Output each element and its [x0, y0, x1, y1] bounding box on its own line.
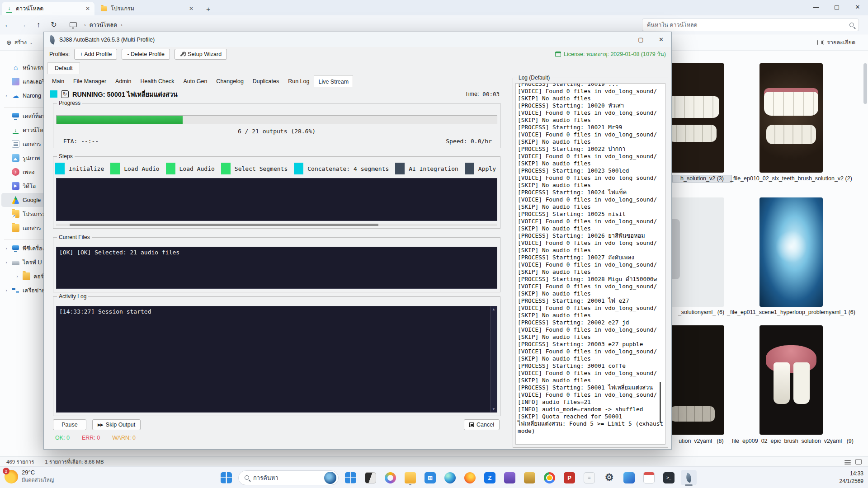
taskbar-icon[interactable]: ⚙: [601, 470, 617, 485]
file-name[interactable]: _file_ep009_02_epic_brush_solution_v2yam…: [710, 438, 868, 445]
taskbar-icon[interactable]: [522, 470, 538, 485]
pause-button[interactable]: Pause: [53, 419, 86, 430]
explorer-tab-downloads[interactable]: ↓ ดาวน์โหลด ✕: [2, 2, 94, 15]
taskbar-icon[interactable]: Z: [482, 470, 498, 485]
log-line: [PROCESS] Starting: 20001 ไฟ e27: [518, 297, 663, 305]
file-name[interactable]: _file_ep010_02_six_teeth_brush_solution_…: [701, 175, 868, 182]
close-tab-icon[interactable]: ✕: [85, 5, 90, 12]
tab[interactable]: Changelog: [212, 76, 248, 87]
taskbar-icon[interactable]: [681, 470, 697, 485]
log-line: [PROCESS] Starting: 10022 ปากกา: [518, 145, 663, 153]
taskbar-icon[interactable]: [462, 470, 478, 485]
taskbar-icon[interactable]: >_: [661, 470, 677, 485]
tab[interactable]: Main: [47, 76, 69, 87]
delete-profile-button[interactable]: - Delete Profile: [122, 49, 170, 60]
add-profile-button[interactable]: + Add Profile: [74, 49, 117, 60]
file-thumbnail[interactable]: [760, 325, 823, 435]
tab[interactable]: Duplicates: [248, 76, 283, 87]
minimize-button[interactable]: —: [610, 33, 631, 47]
taskbar-icon[interactable]: [382, 470, 398, 485]
taskbar-clock[interactable]: 14:33 24/1/2569: [840, 470, 863, 485]
breadcrumb[interactable]: ดาวน์โหลด: [90, 20, 117, 29]
progress-outputs: 6 / 21 outputs (28.6%): [53, 128, 500, 135]
sidebar-item-icon: [12, 286, 19, 294]
tab[interactable]: Health Check: [136, 76, 179, 87]
taskbar-icon[interactable]: ≡: [581, 470, 597, 485]
skip-output-button[interactable]: ▶▶ Skip Output: [92, 419, 141, 430]
close-button[interactable]: ✕: [847, 0, 868, 15]
file-thumbnail[interactable]: [760, 63, 823, 173]
taskbar-icon[interactable]: [402, 470, 418, 485]
expand-chevron-icon[interactable]: ›: [4, 246, 9, 251]
app-icon: [683, 472, 694, 483]
maximize-button[interactable]: ▢: [631, 33, 651, 47]
app-icon: >_: [663, 472, 675, 483]
app-icon: ⚙: [604, 472, 615, 483]
expand-chevron-icon[interactable]: ›: [4, 94, 9, 98]
taskbar-icon[interactable]: [641, 470, 657, 485]
weather-widget[interactable]: 29°C มีแดดส่วนใหญ่: [5, 469, 54, 484]
list-view-icon[interactable]: [844, 460, 851, 461]
file-thumbnail[interactable]: [760, 197, 823, 307]
new-tab-button[interactable]: +: [203, 5, 214, 15]
explorer-scrollbar[interactable]: [863, 54, 867, 456]
tab[interactable]: File Manager: [69, 76, 111, 87]
file-name[interactable]: _file_ep011_scene1_hyperloop_problemyaml…: [723, 309, 859, 316]
progress-group-label: Progress: [57, 100, 82, 106]
taskbar-search[interactable]: การค้นหา: [238, 470, 339, 485]
details-toggle[interactable]: รายละเอียด: [817, 38, 855, 47]
log-line: [PROCESS] Starting: 20002 e27 jd: [518, 319, 663, 326]
sidebar-item-label: Narong: [23, 93, 41, 99]
dialog-title-bar[interactable]: SJ88 AutoBatch v26.5.3 (Multi-Profile) —…: [44, 32, 671, 47]
tab[interactable]: Live Stream: [314, 75, 353, 87]
app-icon: Z: [484, 472, 495, 483]
taskbar-icon[interactable]: [542, 470, 557, 485]
scrollbar-thumb[interactable]: [863, 63, 867, 104]
taskbar-icon[interactable]: [621, 470, 637, 485]
step-chip: Load Audio: [110, 163, 159, 174]
close-tab-icon[interactable]: ✕: [189, 5, 193, 12]
tab-title: โปรแกรม: [111, 4, 134, 13]
search-input[interactable]: ค้นหาใน ดาวน์โหลด: [642, 19, 859, 31]
taskbar-icon[interactable]: [343, 470, 359, 485]
taskbar-icon[interactable]: [502, 470, 518, 485]
step-chip: Load Audio: [166, 163, 215, 174]
maximize-button[interactable]: ▢: [826, 0, 847, 15]
close-button[interactable]: ✕: [651, 33, 671, 47]
step-label: Load Audio: [124, 165, 159, 172]
thumbnail-view-icon[interactable]: [855, 459, 862, 465]
expand-chevron-icon[interactable]: ›: [4, 288, 9, 293]
explorer-tab-programs[interactable]: โปรแกรม ✕: [96, 2, 198, 15]
taskbar-icon[interactable]: [363, 470, 378, 485]
cancel-button[interactable]: Cancel: [464, 419, 500, 430]
profile-tab-default[interactable]: Default: [47, 62, 80, 74]
refresh-button[interactable]: ↻: [46, 20, 61, 29]
back-button[interactable]: ←: [0, 21, 15, 29]
taskbar-icon[interactable]: [442, 470, 458, 485]
log-line: [VOICE] Found 0 files in vdo_long_sound/: [518, 88, 663, 95]
tab[interactable]: Run Log: [283, 76, 314, 87]
expand-chevron-icon[interactable]: ›: [15, 274, 19, 279]
up-button[interactable]: ↑: [31, 21, 46, 29]
scrollbar-thumb[interactable]: [70, 224, 378, 226]
scroll-down-icon[interactable]: ▼: [491, 407, 497, 411]
tab[interactable]: Admin: [111, 76, 136, 87]
sidebar-item-icon: [12, 78, 19, 85]
log-console[interactable]: [PROCESS] Starting: 10019 ...[VOICE] Fou…: [515, 83, 665, 445]
scrollbar-thumb[interactable]: [660, 382, 661, 422]
taskbar-icon[interactable]: P: [561, 470, 577, 485]
taskbar-icon[interactable]: ⊞: [422, 470, 438, 485]
log-scrollbar[interactable]: [660, 278, 661, 445]
steps-horizontal-scrollbar[interactable]: [56, 224, 497, 226]
tab[interactable]: Auto Gen: [179, 76, 212, 87]
step-label: Initialize: [69, 165, 104, 172]
expand-chevron-icon[interactable]: ›: [4, 260, 9, 265]
start-button[interactable]: [218, 470, 234, 485]
setup-wizard-button[interactable]: Setup Wizard: [175, 49, 227, 60]
activity-log-scrollbar[interactable]: ▲ ▼: [490, 306, 497, 412]
new-button[interactable]: ⊕ สร้าง ⌄: [6, 38, 33, 47]
forward-button[interactable]: →: [15, 21, 31, 29]
minimize-button[interactable]: —: [806, 0, 826, 15]
scroll-up-icon[interactable]: ▲: [491, 307, 497, 311]
sidebar-item-icon: [12, 210, 19, 218]
